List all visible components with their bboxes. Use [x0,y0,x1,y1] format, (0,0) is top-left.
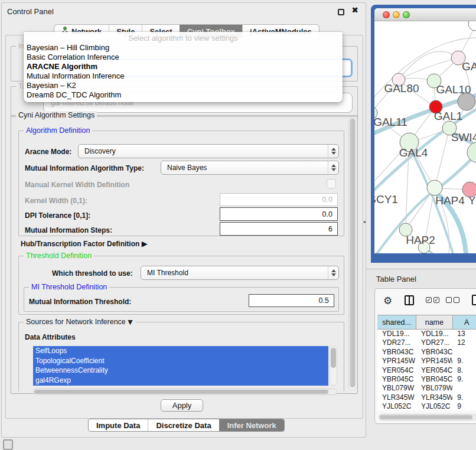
aracne-mode-combobox[interactable]: Discovery [78,144,339,158]
settings-scrollbar[interactable] [348,118,356,390]
select-all-checkboxes-icon[interactable]: ✓✓ [426,297,439,303]
attributes-hscrollbar[interactable] [33,389,337,395]
table-cell: YDR27... [377,338,416,347]
dropdown-items: Bayesian – Hill ClimbingBasic Correlatio… [24,43,343,100]
attribute-list-item[interactable]: gal4RGexp [33,376,328,386]
table-row[interactable]: YJL052CYJL052C9 [377,402,476,410]
cyni-algorithm-settings-title: Cyni Algorithm Settings [16,111,97,119]
new-table-icon[interactable] [472,295,476,305]
dpi-tolerance-input[interactable]: 0.0 [220,207,338,221]
split-columns-icon[interactable] [405,295,414,305]
network-node[interactable] [468,21,476,31]
table-row[interactable]: YBR043CYBR043C [377,348,476,357]
table-column-header[interactable]: name [416,315,452,329]
table-row[interactable]: YER054CYER054C8. [377,366,476,375]
network-canvas[interactable]: GALGAL80GAL10GAL1GAL11SWI4GAL4GCY1HAP4YH… [374,21,476,253]
data-attributes-list: SelfLoopsTopologicalCoefficientBetweenne… [33,346,328,386]
table-column-header[interactable]: A [453,315,476,329]
table-cell: YBR043C [377,348,416,357]
manual-kernel-checkbox[interactable] [327,179,336,188]
collapsed-panel-icon[interactable] [3,439,13,450]
kernel-width-input[interactable]: 0.0 [220,193,338,206]
table-header-row: shared...nameA [377,315,476,330]
node-label: GAL80 [384,82,419,94]
node-label: GAL10 [436,83,471,96]
table-hscrollbar[interactable] [379,414,476,420]
which-threshold-label: Which threshold to use: [52,269,133,278]
network-node[interactable] [467,142,476,162]
mi-threshold-input[interactable]: 0.5 [249,294,334,307]
table-row[interactable]: YPR145WYPR145W9. [377,357,476,366]
dropdown-item[interactable]: Mutual Information Inference [24,71,343,81]
node-label: Y [468,194,476,207]
panel-resize-handle[interactable]: ▸ [364,219,368,224]
which-threshold-combobox[interactable]: MI Threshold [141,266,339,280]
bottom-tab-discretize-data[interactable]: Discretize Data [148,419,219,431]
mi-steps-input[interactable]: 6 [220,222,338,236]
table-row[interactable]: YBL079WYBL079W [377,384,476,393]
table-column-header[interactable]: shared... [377,315,416,329]
mi-type-combobox[interactable]: Naive Bayes [161,161,339,175]
table-row[interactable]: YDL19...YDL19...13 [377,330,476,338]
gear-icon[interactable]: ⚙ [383,295,392,306]
attributes-hscrollbar-thumb[interactable] [34,390,328,394]
table-cell: 8. [452,366,476,375]
dropdown-item[interactable]: Basic Correlation Inference [24,53,343,62]
hub-definition-label: Hub/Transcription Factor Definition [21,240,139,248]
table-cell: YPR145W [377,357,416,366]
hub-definition-toggle[interactable]: Hub/Transcription Factor Definition ▶ [21,239,148,248]
sources-toggle[interactable]: Sources for Network Inference ▼ [24,318,135,326]
table-row[interactable]: YBR045CYBR045C9. [377,375,476,384]
network-window-titlebar[interactable] [374,8,476,21]
dropdown-item[interactable]: Bayesian – Hill Climbing [24,43,343,53]
deselect-all-checkboxes-icon[interactable] [446,297,459,303]
table-cell: YLR345W [377,393,416,402]
stepper-arrows-icon [328,266,338,279]
window-close-button[interactable] [383,11,390,18]
node-label: HAP2 [406,234,435,246]
attribute-list-item[interactable]: SelfLoops [33,346,328,356]
attributes-scrollbar[interactable] [330,346,337,386]
close-icon[interactable]: ✖ [351,5,358,15]
table-cell: YPR145W [416,357,452,366]
dropdown-item[interactable]: Bayesian – K2 [24,81,343,90]
mi-threshold-label: Mutual Information Threshold: [29,298,131,306]
manual-kernel-label: Manual Kernel Width Definition [25,181,129,189]
kernel-width-label: Kernel Width (0,1): [25,197,87,205]
float-panel-icon[interactable] [338,9,344,15]
table-cell: YDL19... [416,330,452,338]
dropdown-item[interactable]: Dream8 DC_TDC Algorithm [24,90,343,100]
attribute-list-item[interactable]: TopologicalCoefficient [33,356,328,366]
table-row[interactable]: YLR345WYLR345W9. [377,393,476,402]
table-cell: 13 [452,330,476,338]
table-hscrollbar-thumb[interactable] [380,415,472,419]
attributes-scrollbar-thumb[interactable] [331,348,336,368]
bottom-tab-infer-network[interactable]: Infer Network [219,419,284,431]
node-label: GAL [462,60,476,73]
dropdown-item[interactable]: ARACNE Algorithm [24,62,343,71]
attribute-list-item[interactable]: BetweennessCentrality [33,366,328,376]
mi-steps-label: Mutual Information Steps: [25,226,112,234]
apply-button[interactable]: Apply [161,399,203,412]
settings-scrollbar-thumb[interactable] [350,119,355,387]
table-cell [452,384,476,393]
table-toolbar: ⚙ ✓✓ [375,294,476,309]
network-view-window: GALGAL80GAL10GAL1GAL11SWI4GAL4GCY1HAP4YH… [371,5,476,263]
bottom-tab-impute-data[interactable]: Impute Data [89,419,148,431]
table-cell: 12 [452,338,476,347]
table-cell: YBR045C [377,375,416,384]
network-node-hap4[interactable] [427,180,442,195]
aracne-mode-label: Aracne Mode: [25,148,71,156]
window-minimize-button[interactable] [393,11,400,18]
aracne-mode-value: Discovery [84,147,116,155]
window-zoom-button[interactable] [403,11,410,18]
table-cell: 9. [452,375,476,384]
table-rows: YDL19...YDL19...13YDR27...YDR27...12YBR0… [377,330,476,410]
table-cell: YBL079W [416,384,452,393]
table-cell [452,348,476,357]
network-graph: GALGAL80GAL10GAL1GAL11SWI4GAL4GCY1HAP4YH… [374,21,476,253]
table-cell: YBR045C [416,375,452,384]
table-row[interactable]: YDR27...YDR27...12 [377,338,476,347]
node-label: SWI4 [451,131,476,144]
dropdown-placeholder: Select algorithm to view settings [24,32,343,43]
